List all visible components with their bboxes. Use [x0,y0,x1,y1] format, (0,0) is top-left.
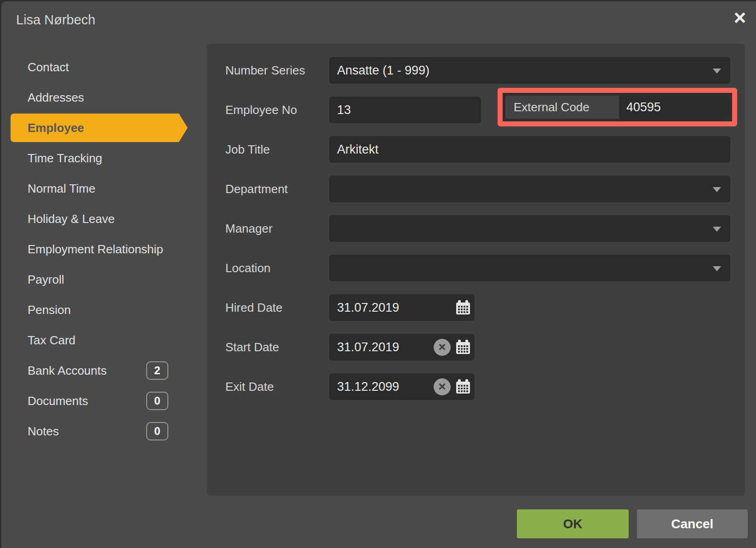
manager-dropdown[interactable] [329,215,730,242]
input-value [329,176,730,202]
form-row-location: Location [207,255,745,281]
sidebar-item-documents[interactable]: Documents0 [11,386,188,416]
sidebar-item-label: Contact [11,60,69,74]
input-value: 31.07.2019 [329,334,475,360]
employee-no-input[interactable]: 13 [329,97,481,123]
input-value: 31.12.2099 [329,373,475,400]
sidebar-item-label: Pension [11,303,71,317]
sidebar-item-employment-relationship[interactable]: Employment Relationship [11,234,188,264]
employee-no-label: Employee No [225,97,331,123]
start-date-input[interactable]: 31.07.2019× [329,334,475,360]
input-value: Arkitekt [329,136,730,163]
exit-date-input[interactable]: 31.12.2099× [329,373,475,400]
sidebar-item-tax-card[interactable]: Tax Card [11,325,188,355]
start-date-label: Start Date [225,334,331,360]
cancel-button[interactable]: Cancel [637,509,748,538]
job-title-label: Job Title [225,136,331,163]
clear-date-icon[interactable]: × [434,339,451,356]
sidebar-item-label: Employee [11,121,84,135]
sidebar-item-normal-time[interactable]: Normal Time [11,173,188,204]
chevron-down-icon [713,187,721,192]
department-label: Department [225,176,331,202]
form-row-employee-no: Employee No13External Code40595 [207,97,745,123]
close-icon[interactable]: × [728,6,752,30]
sidebar-item-payroll[interactable]: Payroll [11,264,188,295]
sidebar-item-label: Tax Card [11,333,75,348]
external-code-input[interactable]: 40595 [619,96,729,119]
sidebar-item-time-tracking[interactable]: Time Tracking [11,143,188,173]
form-row-exit-date: Exit Date31.12.2099× [207,373,745,400]
form-row-manager: Manager [207,215,745,242]
input-value: 13 [329,97,481,123]
form-row-start-date: Start Date31.07.2019× [207,334,745,360]
form-row-hired-date: Hired Date31.07.2019 [207,294,745,321]
manager-label: Manager [225,215,331,242]
calendar-icon[interactable] [455,300,471,315]
calendar-icon[interactable] [455,379,471,394]
input-value [329,215,730,242]
input-value: 31.07.2019 [329,294,475,321]
exit-date-label: Exit Date [225,373,331,400]
chevron-down-icon [713,227,721,232]
form-row-department: Department [207,176,745,202]
form-row-job-title: Job TitleArkitekt [207,136,745,163]
calendar-icon[interactable] [455,339,471,355]
sidebar-item-label: Normal Time [11,182,95,196]
location-label: Location [225,255,331,281]
input-value [329,255,730,281]
clear-date-icon[interactable]: × [434,378,451,395]
sidebar-item-label: Bank Accounts [11,364,107,378]
form-panel: Number SeriesAnsatte (1 - 999)Employee N… [207,44,745,496]
hired-date-label: Hired Date [225,294,331,321]
sidebar-item-notes[interactable]: Notes0 [11,416,188,446]
ok-button[interactable]: OK [517,509,629,538]
department-dropdown[interactable] [329,176,730,202]
form-row-number-series: Number SeriesAnsatte (1 - 999) [207,57,745,84]
sidebar-tabs: ContactAddressesEmployeeTime TrackingNor… [11,52,195,446]
external-code-group: External Code40595 [505,96,729,119]
hired-date-input[interactable]: 31.07.2019 [329,294,475,321]
count-badge: 2 [146,361,168,380]
dialog-title: Lisa Nørbech [16,12,95,28]
sidebar-item-employee[interactable]: Employee [11,113,188,143]
sidebar-item-label: Holiday & Leave [11,212,115,226]
count-badge: 0 [146,392,168,410]
sidebar-item-label: Documents [11,394,88,408]
sidebar-item-holiday-leave[interactable]: Holiday & Leave [11,204,188,234]
count-badge: 0 [146,422,168,440]
chevron-down-icon [713,266,721,271]
sidebar-item-label: Employment Relationship [11,242,163,257]
location-dropdown[interactable] [329,255,730,281]
employee-dialog: Lisa Nørbech × ContactAddressesEmployeeT… [1,1,756,548]
job-title-input[interactable]: Arkitekt [329,136,730,163]
sidebar-item-label: Addresses [11,91,84,105]
sidebar-item-label: Notes [11,424,59,439]
external-code-label: External Code [505,100,619,114]
sidebar-item-pension[interactable]: Pension [11,295,188,325]
chevron-down-icon [713,68,721,74]
external-code-highlight-box: External Code40595 [498,88,737,126]
sidebar-item-label: Time Tracking [11,151,102,166]
sidebar-item-addresses[interactable]: Addresses [11,82,188,113]
sidebar-item-label: Payroll [11,273,64,287]
sidebar-item-bank-accounts[interactable]: Bank Accounts2 [11,355,188,386]
number-series-dropdown[interactable]: Ansatte (1 - 999) [329,57,730,84]
sidebar-item-contact[interactable]: Contact [11,52,188,82]
number-series-label: Number Series [225,57,331,84]
input-value: Ansatte (1 - 999) [329,57,730,84]
